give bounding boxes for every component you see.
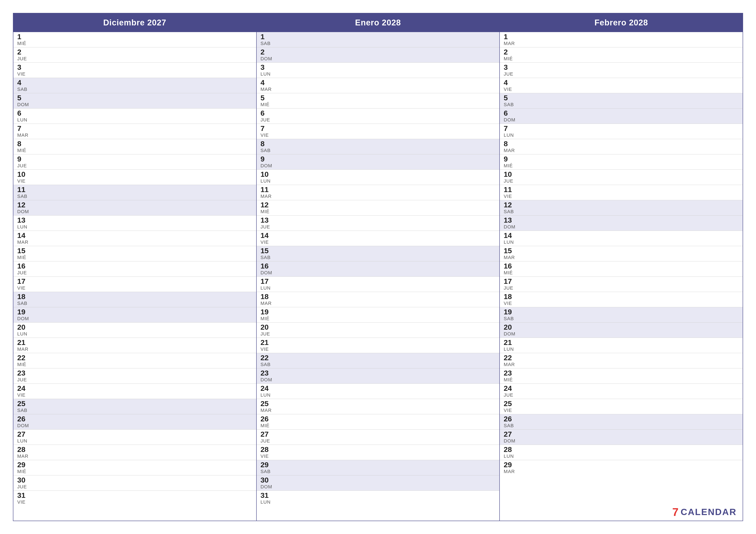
day-name: DOM	[260, 484, 272, 490]
day-name: JUE	[260, 224, 272, 230]
day-number: 5	[504, 94, 516, 101]
day-name: SAB	[260, 255, 272, 260]
day-info: 27DOM	[504, 430, 516, 444]
day-name: MAR	[17, 453, 29, 459]
day-info: 16DOM	[260, 262, 272, 276]
day-row: 1SAB	[257, 32, 500, 47]
day-row: 20DOM	[500, 322, 742, 338]
day-number: 25	[17, 400, 29, 407]
day-number: 4	[504, 79, 516, 86]
day-name: MAR	[260, 87, 272, 92]
day-number: 8	[504, 140, 516, 147]
day-name: JUE	[17, 484, 29, 490]
day-info: 3LUN	[260, 64, 272, 77]
day-number: 19	[260, 308, 272, 316]
day-number: 21	[260, 339, 272, 346]
day-number: 11	[17, 186, 29, 193]
day-row: 5DOM	[14, 93, 256, 109]
day-name: VIE	[504, 87, 516, 92]
day-info: 18SAB	[17, 293, 29, 306]
day-row: 28MAR	[14, 445, 256, 460]
day-name: MIÉ	[17, 469, 29, 474]
day-row: 3JUE	[500, 63, 742, 78]
day-info: 4MAR	[260, 79, 272, 92]
day-info: 1MAR	[504, 33, 516, 46]
day-number: 28	[504, 446, 516, 453]
day-info: 2DOM	[260, 48, 272, 62]
day-number: 20	[17, 323, 29, 331]
day-number: 6	[260, 109, 272, 117]
day-row: 29MIÉ	[14, 460, 256, 475]
day-info: 8MAR	[504, 140, 516, 153]
day-info: 23DOM	[260, 369, 272, 383]
day-info: 6DOM	[504, 109, 516, 123]
day-row: 10VIE	[14, 170, 256, 185]
day-number: 1	[17, 33, 29, 40]
day-row: 7VIE	[257, 124, 500, 139]
day-info: 2MIÉ	[504, 48, 516, 62]
day-row: 12MIÉ	[257, 200, 500, 216]
day-row: 15SAB	[257, 246, 500, 261]
day-row: 31VIE	[14, 491, 256, 506]
day-number: 26	[260, 415, 272, 422]
day-number: 21	[504, 339, 516, 346]
day-row: 16MIÉ	[500, 261, 742, 277]
day-row: 29MAR	[500, 460, 742, 475]
day-name: VIE	[260, 240, 272, 245]
day-info: 17LUN	[260, 278, 272, 291]
day-row: 12SAB	[500, 200, 742, 216]
day-number: 24	[260, 385, 272, 392]
day-number: 26	[17, 415, 29, 422]
month-col-1: Enero 20281SAB2DOM3LUN4MAR5MIÉ6JUE7VIE8S…	[257, 13, 500, 521]
day-number: 24	[504, 385, 516, 392]
day-row: 23MIÉ	[500, 369, 742, 384]
day-name: SAB	[260, 469, 272, 474]
day-number: 15	[260, 247, 272, 254]
day-name: LUN	[260, 178, 272, 184]
day-name: VIE	[260, 132, 272, 138]
day-info: 24LUN	[260, 385, 272, 398]
day-row: 7LUN	[500, 124, 742, 139]
month-header-1: Enero 2028	[257, 13, 500, 32]
day-row: 13DOM	[500, 216, 742, 231]
day-info: 5DOM	[17, 94, 29, 108]
day-row: 21LUN	[500, 338, 742, 353]
day-name: LUN	[504, 453, 516, 459]
day-number: 18	[504, 293, 516, 300]
day-number: 13	[504, 216, 516, 224]
day-row: 18VIE	[500, 292, 742, 307]
day-name: MAR	[504, 469, 516, 474]
day-info: 5MIÉ	[260, 94, 272, 108]
day-number: 5	[260, 94, 272, 101]
day-info: 16MIÉ	[504, 262, 516, 276]
day-name: VIE	[17, 285, 29, 291]
day-name: DOM	[17, 209, 29, 215]
day-name: MIÉ	[260, 102, 272, 108]
day-info: 7VIE	[260, 125, 272, 138]
day-info: 18VIE	[504, 293, 516, 306]
day-number: 29	[504, 461, 516, 468]
day-info: 9MIÉ	[504, 155, 516, 168]
day-number: 14	[504, 232, 516, 239]
day-name: SAB	[504, 209, 516, 215]
day-info: 10LUN	[260, 170, 272, 184]
day-name: SAB	[17, 301, 29, 306]
day-info: 17JUE	[504, 278, 516, 291]
day-row: 18SAB	[14, 292, 256, 307]
day-row: 27DOM	[500, 430, 742, 445]
day-number: 20	[260, 323, 272, 331]
day-info: 12MIÉ	[260, 201, 272, 215]
day-name: MAR	[260, 408, 272, 413]
day-row: 9JUE	[14, 154, 256, 170]
day-name: LUN	[17, 224, 29, 230]
day-row: 24VIE	[14, 384, 256, 399]
day-row: 26DOM	[14, 414, 256, 430]
day-name: SAB	[504, 423, 516, 428]
day-row: 28VIE	[257, 445, 500, 460]
day-row: 11MAR	[257, 185, 500, 200]
day-number: 18	[17, 293, 29, 300]
day-info: 24VIE	[17, 385, 29, 398]
day-number: 27	[17, 430, 29, 438]
day-number: 27	[504, 430, 516, 438]
day-name: MAR	[504, 148, 516, 153]
